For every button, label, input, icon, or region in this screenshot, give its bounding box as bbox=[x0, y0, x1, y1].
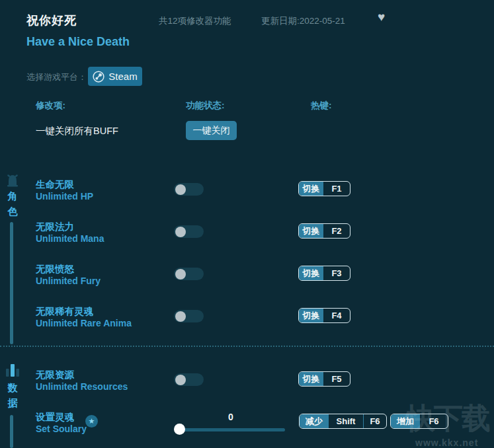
column-header-status: 功能状态: bbox=[186, 100, 225, 112]
toggle-knob bbox=[175, 269, 186, 280]
steam-button-label: Steam bbox=[108, 71, 137, 82]
feature-row-unlimited-fury: 无限愤怒 Unlimited Fury 切换 F3 bbox=[0, 263, 494, 295]
close-all-buffs-button[interactable]: 一键关闭 bbox=[186, 121, 237, 140]
game-title-en: Have a Nice Death bbox=[26, 35, 130, 49]
toggle-unlimited-rare-anima[interactable] bbox=[174, 310, 204, 322]
hotkey-action-label: 减少 bbox=[300, 414, 329, 428]
feature-name-cn: 无限稀有灵魂 bbox=[36, 305, 93, 318]
hotkey-action-label: 切换 bbox=[299, 372, 323, 386]
hotkey-action-label: 切换 bbox=[299, 224, 323, 238]
quick-action-label: 一键关闭所有BUFF bbox=[36, 125, 118, 137]
feature-name-cn: 无限资源 bbox=[36, 369, 74, 381]
toggle-unlimited-resources[interactable] bbox=[174, 373, 204, 386]
slider-value: 0 bbox=[175, 412, 287, 422]
hotkey-button-f1[interactable]: 切换 F1 bbox=[298, 181, 350, 196]
toggle-knob bbox=[175, 375, 186, 385]
steam-platform-button[interactable]: Steam bbox=[88, 67, 142, 86]
column-header-item: 修改项: bbox=[36, 100, 65, 112]
hotkey-button-f4[interactable]: 切换 F4 bbox=[298, 308, 350, 323]
hotkey-key-label: F3 bbox=[323, 266, 350, 280]
hotkey-key-label: F6 bbox=[364, 414, 386, 428]
feature-row-unlimited-hp: 生命无限 Unlimited HP 切换 F1 bbox=[0, 178, 494, 210]
hotkey-key-label: F2 bbox=[323, 224, 350, 238]
feature-name-cn: 无限法力 bbox=[36, 221, 74, 233]
feature-name-en: Unlimited Rare Anima bbox=[36, 318, 132, 328]
feature-name-cn: 生命无限 bbox=[36, 178, 74, 191]
star-icon: ★ bbox=[89, 417, 95, 426]
hotkey-action-label: 切换 bbox=[299, 182, 323, 196]
feature-count-label: 共12项修改器功能 bbox=[159, 15, 231, 27]
trainer-window: 祝你好死 共12项修改器功能 更新日期:2022-05-21 ♥ Have a … bbox=[0, 0, 494, 448]
toggle-knob bbox=[175, 311, 186, 322]
steam-icon bbox=[93, 71, 104, 83]
game-title-cn: 祝你好死 bbox=[26, 13, 77, 28]
platform-select-label: 选择游戏平台： bbox=[26, 71, 87, 83]
feature-row-unlimited-rare-anima: 无限稀有灵魂 Unlimited Rare Anima 切换 F4 bbox=[0, 305, 494, 337]
feature-name-en: Set Soulary bbox=[36, 424, 87, 434]
feature-name-en: Unlimited Resources bbox=[36, 381, 128, 392]
feature-row-unlimited-resources: 无限资源 Unlimited Resources 切换 F5 bbox=[0, 369, 494, 400]
close-all-buffs-button-label: 一键关闭 bbox=[193, 125, 230, 137]
toggle-unlimited-fury[interactable] bbox=[174, 268, 204, 280]
hotkey-key-label: F4 bbox=[323, 309, 350, 322]
hotkey-button-f2[interactable]: 切换 F2 bbox=[298, 223, 350, 239]
feature-name-cn: 设置灵魂 bbox=[36, 411, 74, 424]
update-date-label: 更新日期:2022-05-21 bbox=[261, 15, 345, 27]
feature-name-en: Unlimited Mana bbox=[36, 233, 104, 244]
feature-row-unlimited-mana: 无限法力 Unlimited Mana 切换 F2 bbox=[0, 221, 494, 252]
decrease-hotkey-button[interactable]: 减少 Shift F6 bbox=[299, 414, 387, 429]
soulary-slider-track[interactable] bbox=[175, 428, 285, 431]
hotkey-key-label: F1 bbox=[323, 182, 350, 196]
hotkey-key-shift-label: Shift bbox=[329, 414, 363, 428]
toggle-knob bbox=[175, 227, 186, 237]
hotkey-action-label: 切换 bbox=[299, 309, 323, 322]
toggle-knob bbox=[175, 184, 186, 195]
hotkey-key-label: F5 bbox=[323, 372, 350, 386]
column-header-hotkey: 热键: bbox=[311, 100, 332, 112]
section-divider bbox=[0, 346, 494, 347]
feature-name-cn: 无限愤怒 bbox=[36, 263, 74, 276]
favorite-heart-icon[interactable]: ♥ bbox=[378, 10, 385, 24]
site-watermark-logo: 快下载 bbox=[406, 399, 494, 438]
toggle-unlimited-hp[interactable] bbox=[174, 183, 204, 196]
star-note-badge[interactable]: ★ bbox=[85, 415, 98, 428]
hotkey-button-f5[interactable]: 切换 F5 bbox=[298, 371, 350, 387]
soulary-slider-knob[interactable] bbox=[174, 424, 185, 435]
feature-name-en: Unlimited Fury bbox=[36, 276, 101, 286]
hotkey-action-label: 切换 bbox=[299, 266, 323, 280]
site-watermark-url: www.kkx.net bbox=[415, 437, 478, 448]
toggle-unlimited-mana[interactable] bbox=[174, 225, 204, 238]
hotkey-button-f3[interactable]: 切换 F3 bbox=[298, 266, 350, 281]
feature-name-en: Unlimited HP bbox=[36, 191, 93, 202]
